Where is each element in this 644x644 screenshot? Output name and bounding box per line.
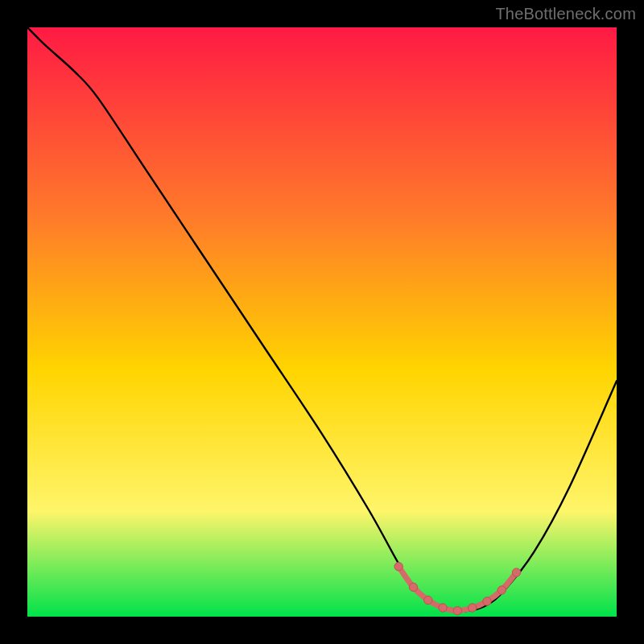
highlight-marker-dot: [424, 596, 432, 604]
gradient-background: [27, 27, 617, 617]
highlight-marker-dot: [394, 563, 402, 571]
highlight-marker-dot: [409, 583, 417, 591]
chart-svg: [27, 27, 617, 617]
highlight-marker-dot: [512, 568, 520, 576]
chart-plot-area: [27, 27, 617, 617]
watermark-text: TheBottleneck.com: [495, 5, 636, 23]
highlight-marker-dot: [497, 586, 506, 594]
highlight-marker-dot: [453, 606, 461, 614]
highlight-marker-dot: [483, 597, 491, 605]
highlight-marker-dot: [439, 604, 447, 612]
chart-frame: TheBottleneck.com: [0, 0, 644, 644]
highlight-marker-dot: [468, 604, 476, 612]
